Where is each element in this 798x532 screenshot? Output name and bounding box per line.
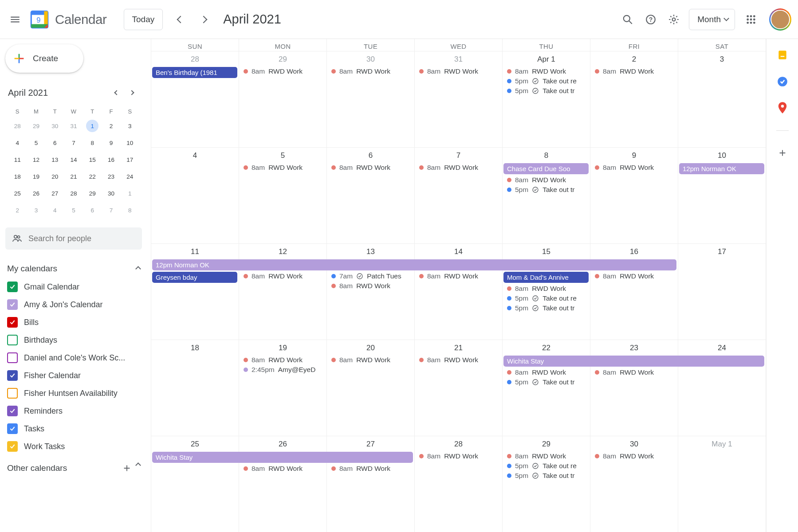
day-cell[interactable]: 3: [678, 51, 766, 147]
mini-day[interactable]: 1: [83, 117, 102, 134]
event[interactable]: 5pmTake out tr: [504, 86, 588, 96]
mini-day[interactable]: 19: [27, 168, 45, 185]
event[interactable]: 8amRWD Work: [592, 66, 676, 76]
event[interactable]: 8amRWD Work: [504, 66, 588, 76]
search-button[interactable]: [616, 8, 639, 31]
event[interactable]: 8amRWD Work: [417, 355, 500, 365]
day-cell[interactable]: 208amRWD Work: [327, 340, 415, 436]
calendar-item[interactable]: Amy & Jon's Calendar: [5, 296, 142, 313]
calendar-checkbox[interactable]: [7, 406, 18, 416]
day-cell[interactable]: 28amRWD Work: [590, 51, 678, 147]
mini-day[interactable]: 8: [83, 134, 102, 151]
maps-app[interactable]: [776, 102, 789, 114]
view-switcher[interactable]: Month: [689, 9, 735, 30]
today-button[interactable]: Today: [124, 9, 163, 30]
calendar-item[interactable]: Tasks: [5, 420, 142, 438]
mini-day[interactable]: 3: [27, 202, 45, 219]
calendar-item[interactable]: Gmail Calendar: [5, 278, 142, 296]
calendar-item[interactable]: Birthdays: [5, 331, 142, 349]
mini-day[interactable]: 11: [8, 151, 27, 168]
event[interactable]: 8amRWD Work: [329, 281, 413, 291]
all-day-event[interactable]: 12pm Norman OK: [679, 163, 764, 174]
calendar-checkbox[interactable]: [7, 370, 18, 381]
all-day-event[interactable]: Greysen bday: [152, 272, 237, 283]
event[interactable]: 8amRWD Work: [417, 271, 500, 281]
mini-day[interactable]: 17: [121, 151, 139, 168]
mini-day[interactable]: 2: [8, 202, 27, 219]
day-cell[interactable]: 218amRWD Work: [415, 340, 503, 436]
day-cell[interactable]: 238amRWD Work: [590, 340, 678, 436]
day-cell[interactable]: May 1: [678, 436, 766, 532]
day-cell[interactable]: 78amRWD Work: [415, 148, 503, 243]
mini-day[interactable]: 29: [27, 117, 45, 134]
calendar-checkbox[interactable]: [7, 299, 18, 310]
event[interactable]: 5pmTake out re: [504, 293, 588, 303]
day-cell[interactable]: Apr 18amRWD Work5pmTake out re5pmTake ou…: [503, 51, 590, 147]
main-menu-button[interactable]: [4, 8, 27, 31]
day-cell[interactable]: 268amRWD Work: [239, 436, 327, 532]
day-cell[interactable]: 298amRWD Work: [239, 51, 327, 147]
event[interactable]: 8amRWD Work: [329, 464, 413, 473]
event[interactable]: 8amRWD Work: [417, 163, 500, 172]
event[interactable]: 2:45pmAmy@EyeD: [241, 365, 325, 375]
mini-day[interactable]: 28: [64, 185, 83, 202]
event[interactable]: 8amRWD Work: [504, 368, 588, 377]
mini-day[interactable]: 24: [121, 168, 139, 185]
day-cell[interactable]: 198amRWD Work2:45pmAmy@EyeD: [239, 340, 327, 436]
calendar-checkbox[interactable]: [7, 352, 18, 363]
mini-day[interactable]: 7: [102, 202, 120, 219]
mini-day[interactable]: 15: [83, 151, 102, 168]
day-cell[interactable]: 10: [678, 148, 766, 243]
calendar-checkbox[interactable]: [7, 335, 18, 345]
mini-day[interactable]: 28: [8, 117, 27, 134]
event[interactable]: 7amPatch Tues: [329, 271, 413, 281]
mini-day[interactable]: 6: [46, 134, 64, 151]
calendar-checkbox[interactable]: [7, 423, 18, 434]
event[interactable]: 8amRWD Work: [329, 163, 413, 172]
mini-day[interactable]: 27: [46, 185, 64, 202]
mini-day[interactable]: 30: [102, 185, 120, 202]
event[interactable]: 5pmTake out re: [504, 461, 588, 471]
day-cell[interactable]: 18: [151, 340, 239, 436]
mini-day[interactable]: 7: [64, 134, 83, 151]
mini-day[interactable]: 3: [121, 117, 139, 134]
mini-day[interactable]: 23: [102, 168, 120, 185]
event[interactable]: 8amRWD Work: [241, 163, 325, 172]
mini-day[interactable]: 26: [27, 185, 45, 202]
mini-day[interactable]: 18: [8, 168, 27, 185]
day-cell[interactable]: 4: [151, 148, 239, 243]
mini-day[interactable]: 30: [46, 117, 64, 134]
event[interactable]: 8amRWD Work: [329, 355, 413, 365]
mini-day[interactable]: 14: [64, 151, 83, 168]
add-other-calendar-icon[interactable]: [122, 463, 132, 473]
event[interactable]: 8amRWD Work: [241, 271, 325, 281]
other-calendars-header[interactable]: Other calendars: [5, 462, 142, 477]
mini-day[interactable]: 12: [27, 151, 45, 168]
prev-month-button[interactable]: [169, 8, 192, 31]
day-cell[interactable]: 25: [151, 436, 239, 532]
mini-day[interactable]: 31: [64, 117, 83, 134]
mini-day[interactable]: 5: [64, 202, 83, 219]
day-cell[interactable]: 28: [151, 51, 239, 147]
all-day-event[interactable]: Wichita Stay: [152, 452, 413, 463]
event[interactable]: 8amRWD Work: [417, 66, 500, 76]
my-calendars-header[interactable]: My calendars: [5, 262, 142, 278]
day-cell[interactable]: 278amRWD Work: [327, 436, 415, 532]
day-cell[interactable]: 148amRWD Work: [415, 244, 503, 340]
event[interactable]: 5pmTake out tr: [504, 471, 588, 481]
day-cell[interactable]: 308amRWD Work: [327, 51, 415, 147]
day-cell[interactable]: 88amRWD Work5pmTake out tr: [503, 148, 590, 243]
mini-day[interactable]: 10: [121, 134, 139, 151]
google-apps-button[interactable]: [739, 8, 763, 31]
event[interactable]: 8amRWD Work: [504, 175, 588, 185]
mini-day[interactable]: 5: [27, 134, 45, 151]
event[interactable]: 8amRWD Work: [504, 451, 588, 461]
next-month-button[interactable]: [192, 8, 215, 31]
mini-day[interactable]: 13: [46, 151, 64, 168]
calendar-checkbox[interactable]: [7, 388, 18, 399]
mini-day[interactable]: 25: [8, 185, 27, 202]
create-button[interactable]: Create: [5, 44, 83, 73]
day-cell[interactable]: 137amPatch Tues8amRWD Work: [327, 244, 415, 340]
event[interactable]: 5pmTake out re: [504, 76, 588, 86]
mini-prev-button[interactable]: [109, 85, 124, 100]
